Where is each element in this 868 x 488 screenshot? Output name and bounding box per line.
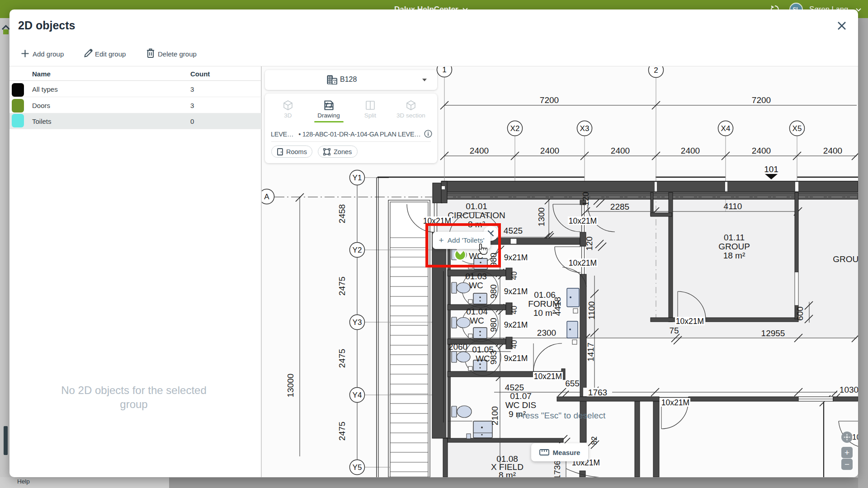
svg-text:2100: 2100 bbox=[490, 406, 500, 425]
svg-text:1736: 1736 bbox=[552, 460, 562, 477]
svg-text:9x21M: 9x21M bbox=[504, 354, 528, 363]
svg-text:10x21M: 10x21M bbox=[569, 216, 597, 225]
svg-text:1763: 1763 bbox=[588, 388, 607, 397]
svg-text:2400: 2400 bbox=[681, 146, 700, 155]
svg-text:40: 40 bbox=[510, 272, 519, 280]
svg-text:1417: 1417 bbox=[586, 343, 595, 361]
svg-text:13000: 13000 bbox=[286, 374, 295, 398]
svg-text:A: A bbox=[264, 192, 269, 201]
svg-text:2400: 2400 bbox=[611, 146, 630, 155]
svg-text:9x21M: 9x21M bbox=[504, 287, 528, 296]
svg-text:2400: 2400 bbox=[470, 146, 489, 155]
svg-text:Y3: Y3 bbox=[353, 318, 362, 327]
svg-text:10 m²: 10 m² bbox=[533, 308, 556, 318]
svg-text:7200: 7200 bbox=[752, 95, 771, 105]
svg-text:2060: 2060 bbox=[448, 342, 467, 352]
svg-text:9x21M: 9x21M bbox=[504, 253, 528, 262]
svg-text:X2: X2 bbox=[510, 124, 520, 133]
svg-text:GROUP: GROUP bbox=[718, 242, 750, 251]
svg-text:GROUP: GROUP bbox=[833, 254, 858, 264]
svg-text:01.01: 01.01 bbox=[466, 202, 487, 211]
svg-text:2400: 2400 bbox=[823, 146, 842, 155]
svg-text:10x21M: 10x21M bbox=[676, 317, 704, 326]
svg-text:X3: X3 bbox=[580, 124, 590, 133]
svg-text:1030: 1030 bbox=[840, 385, 858, 394]
svg-text:4525: 4525 bbox=[505, 383, 524, 392]
svg-text:01.03: 01.03 bbox=[465, 272, 487, 281]
svg-text:X5: X5 bbox=[793, 124, 802, 133]
svg-text:82: 82 bbox=[590, 436, 599, 445]
svg-text:12955: 12955 bbox=[761, 328, 785, 338]
svg-text:2: 2 bbox=[654, 66, 658, 75]
svg-text:120: 120 bbox=[581, 192, 590, 206]
svg-text:2285: 2285 bbox=[610, 202, 629, 211]
svg-text:10x21M: 10x21M bbox=[534, 372, 562, 381]
svg-text:Y5: Y5 bbox=[353, 463, 362, 472]
svg-text:01.06: 01.06 bbox=[534, 290, 556, 300]
svg-text:2300: 2300 bbox=[537, 328, 556, 338]
svg-text:980: 980 bbox=[489, 284, 498, 299]
svg-text:655: 655 bbox=[565, 379, 580, 388]
svg-text:2475: 2475 bbox=[337, 277, 347, 296]
svg-text:WC: WC bbox=[476, 354, 490, 363]
svg-text:7200: 7200 bbox=[540, 95, 559, 105]
svg-text:WC DIS: WC DIS bbox=[505, 400, 537, 410]
svg-text:Y4: Y4 bbox=[353, 391, 362, 399]
svg-text:Y2: Y2 bbox=[353, 246, 362, 254]
svg-text:980: 980 bbox=[489, 318, 498, 332]
svg-text:2400: 2400 bbox=[752, 146, 771, 155]
svg-text:01.05: 01.05 bbox=[472, 345, 494, 354]
svg-text:2475: 2475 bbox=[337, 349, 347, 368]
svg-text:4110: 4110 bbox=[724, 202, 742, 211]
svg-text:01.04: 01.04 bbox=[466, 307, 488, 316]
svg-text:40: 40 bbox=[510, 306, 519, 314]
svg-text:9x21M: 9x21M bbox=[504, 320, 528, 329]
svg-text:4525: 4525 bbox=[504, 226, 523, 235]
svg-text:101: 101 bbox=[764, 164, 778, 174]
svg-text:WC: WC bbox=[469, 281, 483, 290]
svg-text:8 m²: 8 m² bbox=[499, 470, 516, 477]
svg-text:WC: WC bbox=[470, 316, 484, 325]
svg-text:1100: 1100 bbox=[587, 301, 596, 320]
svg-text:Y1: Y1 bbox=[353, 174, 362, 182]
svg-text:X4: X4 bbox=[721, 124, 731, 133]
svg-text:10x21M: 10x21M bbox=[661, 398, 689, 407]
svg-text:CIRCULATION: CIRCULATION bbox=[448, 211, 505, 220]
svg-text:40: 40 bbox=[510, 340, 519, 349]
svg-text:2458: 2458 bbox=[337, 204, 347, 223]
svg-text:01.11: 01.11 bbox=[724, 233, 745, 242]
svg-text:75: 75 bbox=[669, 326, 679, 335]
svg-text:18 m²: 18 m² bbox=[723, 251, 745, 260]
svg-text:120: 120 bbox=[585, 236, 594, 251]
svg-text:01.07: 01.07 bbox=[510, 391, 532, 401]
svg-text:10x21M: 10x21M bbox=[569, 258, 597, 267]
svg-text:600: 600 bbox=[795, 306, 805, 321]
svg-text:FORUM: FORUM bbox=[528, 299, 560, 309]
svg-text:2475: 2475 bbox=[337, 422, 347, 441]
svg-text:2400: 2400 bbox=[540, 146, 559, 155]
svg-text:1: 1 bbox=[442, 66, 446, 74]
svg-text:1300: 1300 bbox=[537, 207, 546, 226]
